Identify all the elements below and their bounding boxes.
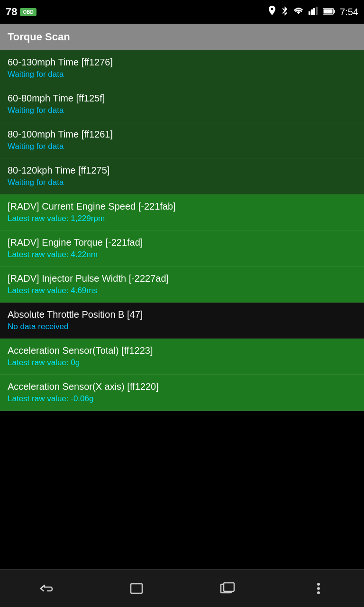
location-icon: [268, 6, 276, 18]
item-subtitle: Latest raw value: 4.69ms: [8, 286, 356, 295]
svg-rect-9: [224, 583, 234, 591]
svg-rect-2: [313, 8, 315, 15]
item-subtitle: Latest raw value: 0g: [8, 358, 356, 368]
status-bar: 78 OBD 7:54: [0, 0, 364, 24]
list-item-7[interactable]: [RADV] Injector Pulse Width [-2227ad]Lat…: [0, 267, 364, 303]
signal-strength: 78: [6, 6, 17, 18]
wifi-icon: [293, 7, 304, 18]
svg-point-12: [317, 591, 320, 594]
home-button[interactable]: [122, 574, 151, 603]
battery-icon: [323, 7, 335, 17]
time-display: 7:54: [340, 7, 358, 18]
item-title: Acceleration Sensor(Total) [ff1223]: [8, 345, 356, 356]
svg-rect-7: [131, 584, 142, 593]
item-subtitle: No data received: [8, 322, 356, 331]
svg-rect-0: [309, 11, 310, 15]
item-subtitle: Latest raw value: 1,229rpm: [8, 214, 356, 223]
item-title: [RADV] Injector Pulse Width [-2227ad]: [8, 273, 356, 284]
item-subtitle: Waiting for data: [8, 70, 356, 79]
item-title: 80-120kph Time [ff1275]: [8, 165, 356, 176]
item-subtitle: Latest raw value: 4.22nm: [8, 250, 356, 259]
list-item-5[interactable]: [RADV] Current Engine Speed [-221fab]Lat…: [0, 194, 364, 230]
app-bar: Torque Scan: [0, 24, 364, 50]
item-subtitle: Waiting for data: [8, 142, 356, 151]
svg-rect-5: [324, 9, 333, 13]
svg-rect-6: [334, 10, 335, 13]
svg-rect-3: [316, 7, 318, 15]
recents-button[interactable]: [213, 574, 242, 603]
item-subtitle: Waiting for data: [8, 106, 356, 115]
list-item-2[interactable]: 60-80mph Time [ff125f]Waiting for data: [0, 86, 364, 122]
list-item-8[interactable]: Absolute Throttle Position B [47]No data…: [0, 303, 364, 339]
nav-bar: [0, 569, 364, 607]
svg-rect-1: [311, 9, 313, 15]
list-item-4[interactable]: 80-120kph Time [ff1275]Waiting for data: [0, 158, 364, 194]
svg-point-10: [317, 583, 320, 586]
list-item-6[interactable]: [RADV] Engine Torque [-221fad]Latest raw…: [0, 230, 364, 267]
item-title: [RADV] Engine Torque [-221fad]: [8, 237, 356, 248]
list-item-3[interactable]: 80-100mph Time [ff1261]Waiting for data: [0, 122, 364, 158]
list-container: 60-130mph Time [ff1276]Waiting for data6…: [0, 50, 364, 569]
item-title: 80-100mph Time [ff1261]: [8, 129, 356, 140]
more-button[interactable]: [304, 574, 333, 603]
app-title: Torque Scan: [8, 31, 70, 43]
item-title: 60-80mph Time [ff125f]: [8, 93, 356, 104]
bluetooth-icon: [281, 6, 289, 18]
item-title: Absolute Throttle Position B [47]: [8, 309, 356, 320]
svg-point-11: [317, 587, 320, 590]
list-item-10[interactable]: Acceleration Sensor(X axis) [ff1220]Late…: [0, 375, 364, 411]
item-title: [RADV] Current Engine Speed [-221fab]: [8, 201, 356, 212]
status-right: 7:54: [268, 6, 358, 18]
item-subtitle: Latest raw value: -0.06g: [8, 394, 356, 404]
item-title: 60-130mph Time [ff1276]: [8, 57, 356, 68]
back-button[interactable]: [31, 574, 60, 603]
obd-badge: OBD: [20, 8, 36, 16]
list-item-9[interactable]: Acceleration Sensor(Total) [ff1223]Lates…: [0, 339, 364, 375]
list-item-1[interactable]: 60-130mph Time [ff1276]Waiting for data: [0, 50, 364, 86]
item-subtitle: Waiting for data: [8, 178, 356, 187]
signal-bars-icon: [309, 7, 318, 18]
item-title: Acceleration Sensor(X axis) [ff1220]: [8, 381, 356, 392]
status-left: 78 OBD: [6, 6, 36, 18]
